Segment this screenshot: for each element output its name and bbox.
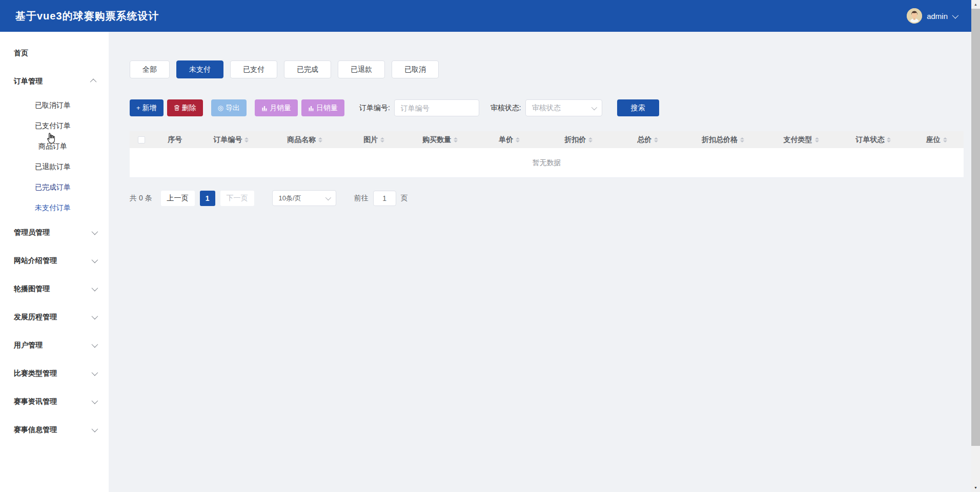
sidebar-item-label: 比赛类型管理 [14,369,57,378]
delete-button-label: 删除 [182,104,196,113]
sidebar-item-user-management[interactable]: 用户管理 [0,331,109,359]
sidebar-item-label: 发展历程管理 [14,313,57,322]
sidebar-item-label: 订单管理 [14,77,43,86]
sort-caret-icon[interactable] [516,137,520,142]
sidebar-item-carousel-management[interactable]: 轮播图管理 [0,275,109,303]
goto-page-input[interactable] [373,191,396,206]
sort-caret-icon[interactable] [943,137,947,142]
sort-caret-icon[interactable] [244,137,249,142]
plus-icon: + [136,105,140,111]
sidebar-item-order-management[interactable]: 订单管理 [0,67,109,95]
column-label: 商品名称 [287,135,316,145]
column-label: 订单状态 [855,135,884,145]
sidebar-item-event-news-management[interactable]: 赛事资讯管理 [0,387,109,416]
page-size-select[interactable]: 10条/页 [272,190,336,206]
daily-sales-button[interactable]: 日销量 [301,99,344,116]
sort-caret-icon[interactable] [654,137,658,142]
column-header-product-name: 商品名称 [266,135,344,145]
column-header-discount-price: 折扣价 [542,135,615,145]
tab-refunded[interactable]: 已退款 [338,60,385,78]
add-button[interactable]: + 新增 [130,99,164,116]
column-header-order-status: 订单状态 [838,135,910,145]
tab-all[interactable]: 全部 [130,60,170,78]
tab-completed[interactable]: 已完成 [284,60,331,78]
sidebar-item-unpaid-orders[interactable]: 未支付订单 [0,198,109,218]
sidebar-item-refunded-orders[interactable]: 已退款订单 [0,157,109,177]
column-header-index: 序号 [153,135,197,145]
sidebar-item-label: 轮播图管理 [14,284,50,294]
main-content: 全部 未支付 已支付 已完成 已退款 已取消 + 新增 删除 ◎ 导出 月销量 [109,32,971,492]
order-no-input[interactable] [394,99,479,116]
sort-caret-icon[interactable] [887,137,891,142]
sidebar-item-label: 首页 [14,49,28,58]
sidebar-item-home[interactable]: 首页 [0,39,109,67]
next-page-button[interactable]: 下一页 [220,191,254,206]
sidebar-item-label: 商品订单 [38,142,67,151]
chevron-down-icon [325,194,331,200]
export-button[interactable]: ◎ 导出 [211,99,247,116]
username: admin [927,12,948,20]
sidebar-item-paid-orders[interactable]: 已支付订单 [0,116,109,136]
sidebar-item-product-orders[interactable]: 商品订单 [0,136,109,157]
sort-caret-icon[interactable] [815,137,819,142]
sidebar-item-label: 赛事信息管理 [14,425,57,435]
bar-chart-icon [308,105,314,111]
column-header-image: 图片 [344,135,404,145]
delete-button[interactable]: 删除 [167,99,203,116]
chevron-down-icon [92,370,98,376]
sidebar-item-label: 已完成订单 [35,183,71,192]
page-number-1[interactable]: 1 [200,191,215,206]
chevron-down-icon [92,398,98,404]
sidebar-item-label: 管理员管理 [14,228,50,237]
scrollbar-thumb[interactable] [971,9,980,446]
tab-cancelled[interactable]: 已取消 [392,60,439,78]
chevron-up-icon [90,79,97,86]
audit-status-select[interactable]: 审核状态 [525,99,602,116]
column-label: 折扣价 [564,135,586,145]
avatar[interactable] [907,8,922,24]
sidebar-item-match-type-management[interactable]: 比赛类型管理 [0,359,109,387]
column-label: 订单编号 [213,135,242,145]
chevron-down-icon [92,313,98,320]
sidebar-item-label: 已退款订单 [35,162,71,172]
user-menu[interactable]: admin [907,8,957,24]
column-header-discount-total: 折扣总价格 [681,135,765,145]
sidebar-item-completed-orders[interactable]: 已完成订单 [0,177,109,198]
sidebar-item-cancelled-orders[interactable]: 已取消订单 [0,95,109,116]
vertical-scrollbar[interactable]: ▲ ▼ [971,0,980,492]
scroll-down-icon[interactable]: ▼ [971,483,980,492]
orders-table: 序号 订单编号 商品名称 图片 购买数量 单价 [130,131,964,178]
sidebar-item-history-management[interactable]: 发展历程管理 [0,303,109,331]
sidebar-item-label: 赛事资讯管理 [14,397,57,406]
table-header-row: 序号 订单编号 商品名称 图片 购买数量 单价 [130,131,964,148]
select-all-checkbox[interactable] [138,136,145,144]
bar-chart-icon [261,105,268,111]
trash-icon [174,105,180,111]
add-button-label: 新增 [142,104,157,113]
page-unit-label: 页 [401,194,408,203]
sidebar-item-site-intro-management[interactable]: 网站介绍管理 [0,247,109,275]
sort-caret-icon[interactable] [318,137,322,142]
monthly-sales-button[interactable]: 月销量 [255,99,298,116]
column-label: 图片 [363,135,378,145]
search-button[interactable]: 搜索 [617,99,659,116]
scroll-up-icon[interactable]: ▲ [971,0,980,9]
column-header-order-no: 订单编号 [197,135,266,145]
page-title: 基于vue3的球赛购票系统设计 [15,9,159,23]
pagination: 共 0 条 上一页 1 下一页 10条/页 前往 页 [130,190,964,206]
sidebar-item-admin-management[interactable]: 管理员管理 [0,218,109,247]
status-filter-tabs: 全部 未支付 已支付 已完成 已退款 已取消 [130,60,964,78]
order-no-label: 订单编号: [359,104,390,113]
sort-caret-icon[interactable] [380,137,384,142]
sort-caret-icon[interactable] [740,137,744,142]
sort-caret-icon[interactable] [588,137,593,142]
chevron-down-icon [92,285,98,292]
sidebar-item-event-info-management[interactable]: 赛事信息管理 [0,416,109,444]
prev-page-button[interactable]: 上一页 [161,191,195,206]
app-header: 基于vue3的球赛购票系统设计 admin [0,0,971,32]
tab-paid[interactable]: 已支付 [230,60,277,78]
tab-unpaid[interactable]: 未支付 [176,60,223,78]
monthly-sales-label: 月销量 [270,104,291,113]
sidebar-item-label: 已取消订单 [35,101,71,110]
sort-caret-icon[interactable] [454,137,458,142]
